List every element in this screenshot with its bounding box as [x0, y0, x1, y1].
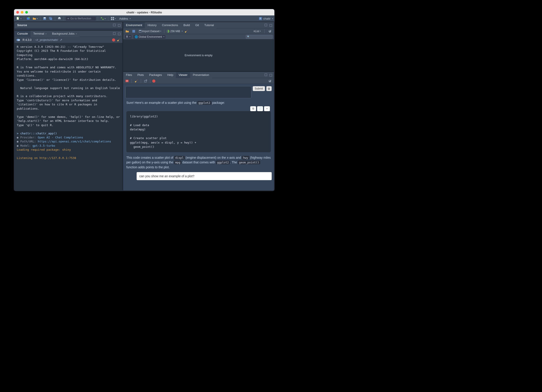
- tab-tutorial[interactable]: Tutorial: [201, 22, 217, 28]
- env-scope-bar: R▾ 🌐Global Environment▾: [123, 34, 274, 39]
- svg-rect-30: [265, 74, 267, 76]
- settings-button[interactable]: ⚙: [266, 86, 272, 91]
- tab-terminal[interactable]: Terminal×: [31, 31, 49, 37]
- code-content: library(ggplot2) # Load data data(mpg) #…: [126, 113, 271, 150]
- load-workspace-icon[interactable]: [125, 29, 130, 34]
- svg-rect-31: [270, 74, 272, 76]
- goto-placeholder: Go to file/function: [70, 17, 91, 20]
- tab-console[interactable]: Console: [15, 31, 31, 37]
- new-file-button[interactable]: +▾: [15, 16, 22, 21]
- main-toolbar: +▾ ▾ ➜ Go to file/function ▾ ▾ Addins▾ R…: [14, 15, 274, 22]
- tab-help[interactable]: Help: [164, 72, 176, 78]
- working-dir: ~/r_projects/chattr/: [35, 38, 58, 42]
- tools-button[interactable]: ▾: [100, 16, 107, 21]
- maximize-pane-icon[interactable]: [117, 23, 121, 27]
- clear-viewer-icon[interactable]: 🧹: [134, 79, 139, 83]
- goto-file-input[interactable]: ➜ Go to file/function: [65, 16, 96, 21]
- env-toolbar: Import Dataset▾ 256 MiB▾ 🧹 ≡ List▾: [123, 28, 274, 34]
- app-window: chattr - updates - RStudio +▾ ▾ ➜ Go to …: [14, 9, 275, 191]
- svg-rect-27: [132, 30, 135, 33]
- viewer-body: Submit ⚙ Sure! Here's an example of a sc…: [123, 84, 274, 191]
- refresh-viewer-icon[interactable]: [267, 79, 273, 83]
- view-mode-button[interactable]: ≡ List▾: [252, 29, 262, 34]
- env-search-input[interactable]: [246, 35, 273, 39]
- tab-history[interactable]: History: [145, 22, 159, 28]
- maximize-pane-icon[interactable]: [269, 73, 273, 77]
- svg-text:R: R: [260, 17, 261, 20]
- tab-connections[interactable]: Connections: [159, 22, 181, 28]
- refresh-icon[interactable]: [267, 29, 273, 34]
- environment-pane: Environment History Connections Build Gi…: [123, 22, 274, 71]
- console-output[interactable]: R version 4.3.0 (2023-04-21) -- "Already…: [15, 43, 122, 191]
- tab-environment[interactable]: Environment: [123, 22, 145, 28]
- copy-code-button[interactable]: ⧉: [250, 106, 256, 111]
- maximize-pane-icon[interactable]: [269, 23, 273, 27]
- clear-env-icon[interactable]: 🧹: [184, 29, 189, 34]
- svg-rect-25: [265, 24, 267, 26]
- tab-git[interactable]: Git: [193, 22, 202, 28]
- language-dropdown[interactable]: R▾: [125, 35, 132, 39]
- svg-rect-14: [113, 17, 114, 18]
- addins-menu[interactable]: Addins▾: [117, 16, 131, 21]
- svg-rect-20: [118, 24, 120, 27]
- new-project-button[interactable]: [26, 16, 31, 21]
- gear-icon: ⚙: [268, 87, 270, 90]
- print-button[interactable]: [57, 16, 62, 21]
- env-body: Environment is empty: [123, 39, 274, 71]
- viewer-toolbar: ✕ 🧹: [123, 78, 274, 84]
- svg-rect-19: [113, 24, 115, 26]
- project-menu[interactable]: R chattr ▾: [259, 17, 273, 20]
- minimize-pane-icon[interactable]: [264, 23, 268, 27]
- tab-files[interactable]: Files: [123, 72, 135, 78]
- r-logo-icon: R: [16, 38, 21, 42]
- stop-icon[interactable]: [112, 38, 115, 42]
- save-all-button[interactable]: [48, 16, 53, 21]
- svg-rect-10: [59, 17, 60, 18]
- svg-text:R: R: [18, 39, 20, 41]
- tab-presentation[interactable]: Presentation: [190, 72, 212, 78]
- svg-text:+: +: [19, 17, 19, 18]
- minimize-pane-icon[interactable]: [264, 73, 268, 77]
- open-file-button[interactable]: ▾: [32, 16, 39, 21]
- env-empty-label: Environment is empty: [185, 54, 212, 57]
- submit-button[interactable]: Submit: [253, 86, 265, 91]
- import-dataset-button[interactable]: Import Dataset▾: [137, 29, 162, 34]
- tab-build[interactable]: Build: [181, 22, 193, 28]
- save-button[interactable]: [42, 16, 47, 21]
- svg-rect-21: [113, 32, 115, 35]
- svg-rect-8: [50, 18, 52, 20]
- run-code-button[interactable]: ＋: [264, 106, 270, 111]
- svg-rect-29: [139, 30, 141, 31]
- svg-rect-26: [270, 24, 272, 27]
- stop-app-icon[interactable]: [152, 79, 155, 83]
- svg-rect-32: [144, 80, 146, 82]
- console-info-bar: R R 4.3.0 · ~/r_projects/chattr/ ⇗ 🧹: [15, 37, 122, 43]
- r-version: R 4.3.0: [22, 38, 32, 42]
- memory-indicator[interactable]: 256 MiB▾: [166, 30, 183, 33]
- svg-rect-6: [44, 17, 46, 18]
- tab-viewer[interactable]: Viewer: [176, 72, 190, 78]
- open-folder-icon[interactable]: ⇗: [60, 38, 62, 42]
- svg-rect-13: [111, 17, 112, 18]
- svg-rect-22: [118, 33, 120, 35]
- broom-icon[interactable]: 🧹: [117, 38, 120, 42]
- scope-dropdown[interactable]: 🌐Global Environment▾: [133, 35, 166, 39]
- tab-plots[interactable]: Plots: [135, 72, 146, 78]
- minimize-pane-icon[interactable]: [113, 32, 117, 36]
- minimize-pane-icon[interactable]: [113, 23, 117, 27]
- popout-icon[interactable]: [143, 79, 148, 83]
- insert-code-button[interactable]: 📄: [257, 106, 263, 111]
- panes-button[interactable]: ▾: [110, 16, 117, 21]
- source-pane: Source: [14, 22, 123, 30]
- chat-textarea[interactable]: [125, 86, 251, 98]
- svg-rect-12: [103, 19, 103, 20]
- remove-viewer-icon[interactable]: ✕: [125, 79, 130, 83]
- svg-rect-16: [113, 19, 114, 20]
- tab-background-jobs[interactable]: Background Jobs×: [49, 31, 80, 37]
- maximize-pane-icon[interactable]: [117, 32, 121, 36]
- globe-icon: 🌐: [135, 35, 138, 38]
- assistant-message: Sure! Here's an example of a scatter plo…: [125, 100, 272, 170]
- save-workspace-icon[interactable]: [131, 29, 136, 34]
- panes: Source Console Terminal× Background Jobs…: [14, 22, 274, 191]
- tab-packages[interactable]: Packages: [146, 72, 164, 78]
